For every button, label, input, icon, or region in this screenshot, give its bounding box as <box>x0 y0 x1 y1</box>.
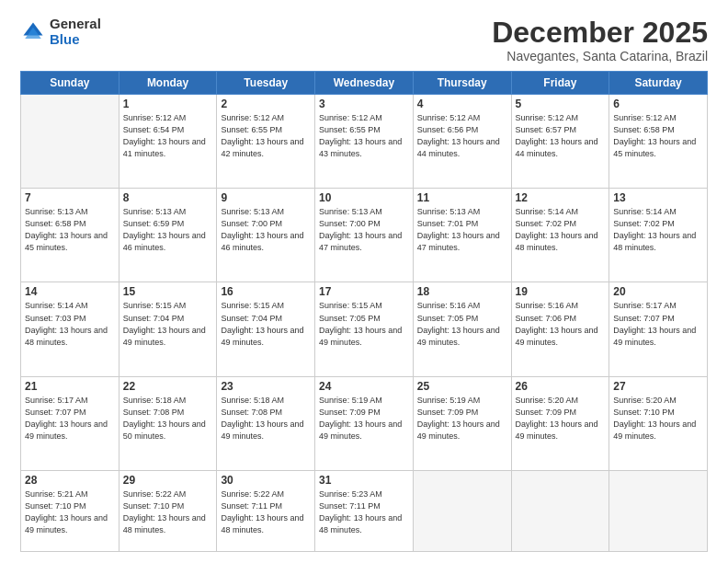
calendar-cell: 14Sunrise: 5:14 AMSunset: 7:03 PMDayligh… <box>21 282 119 376</box>
day-number: 29 <box>123 474 213 487</box>
day-number: 24 <box>319 380 409 393</box>
day-info: Sunrise: 5:13 AMSunset: 7:01 PMDaylight:… <box>417 206 507 254</box>
day-info: Sunrise: 5:12 AMSunset: 6:54 PMDaylight:… <box>123 112 213 160</box>
day-info: Sunrise: 5:18 AMSunset: 7:08 PMDaylight:… <box>123 395 213 442</box>
logo: General Blue <box>20 17 101 47</box>
day-info: Sunrise: 5:12 AMSunset: 6:58 PMDaylight:… <box>613 112 703 160</box>
calendar-cell <box>609 470 708 551</box>
day-number: 17 <box>319 285 409 298</box>
logo-icon <box>20 19 46 45</box>
calendar-cell: 7Sunrise: 5:13 AMSunset: 6:58 PMDaylight… <box>21 189 119 282</box>
calendar-cell: 30Sunrise: 5:22 AMSunset: 7:11 PMDayligh… <box>217 470 315 551</box>
day-number: 8 <box>123 191 213 204</box>
day-info: Sunrise: 5:12 AMSunset: 6:55 PMDaylight:… <box>319 112 409 160</box>
day-number: 6 <box>613 98 703 110</box>
day-info: Sunrise: 5:17 AMSunset: 7:07 PMDaylight:… <box>613 300 703 348</box>
day-number: 21 <box>25 380 115 393</box>
calendar-cell: 10Sunrise: 5:13 AMSunset: 7:00 PMDayligh… <box>315 189 414 282</box>
day-number: 23 <box>221 380 311 393</box>
calendar-cell: 2Sunrise: 5:12 AMSunset: 6:55 PMDaylight… <box>217 95 315 189</box>
day-info: Sunrise: 5:12 AMSunset: 6:55 PMDaylight:… <box>221 112 311 160</box>
day-number: 3 <box>319 98 409 110</box>
calendar-cell: 8Sunrise: 5:13 AMSunset: 6:59 PMDaylight… <box>119 189 217 282</box>
calendar-cell <box>21 95 119 189</box>
calendar-cell: 23Sunrise: 5:18 AMSunset: 7:08 PMDayligh… <box>217 376 315 470</box>
month-title: December 2025 <box>492 17 708 49</box>
day-info: Sunrise: 5:21 AMSunset: 7:10 PMDaylight:… <box>25 488 115 536</box>
calendar: SundayMondayTuesdayWednesdayThursdayFrid… <box>20 71 708 552</box>
day-number: 11 <box>417 191 507 204</box>
day-info: Sunrise: 5:12 AMSunset: 6:57 PMDaylight:… <box>516 112 606 160</box>
page: General Blue December 2025 Navegantes, S… <box>0 0 728 563</box>
calendar-cell: 15Sunrise: 5:15 AMSunset: 7:04 PMDayligh… <box>119 282 217 376</box>
logo-blue: Blue <box>50 32 101 48</box>
day-info: Sunrise: 5:15 AMSunset: 7:04 PMDaylight:… <box>221 300 311 348</box>
calendar-cell: 5Sunrise: 5:12 AMSunset: 6:57 PMDaylight… <box>511 95 609 189</box>
day-number: 27 <box>613 380 703 393</box>
day-number: 28 <box>25 474 115 487</box>
day-info: Sunrise: 5:13 AMSunset: 7:00 PMDaylight:… <box>221 206 311 254</box>
calendar-cell: 31Sunrise: 5:23 AMSunset: 7:11 PMDayligh… <box>315 470 414 551</box>
header: General Blue December 2025 Navegantes, S… <box>20 17 708 63</box>
logo-text: General Blue <box>50 17 101 47</box>
calendar-cell: 25Sunrise: 5:19 AMSunset: 7:09 PMDayligh… <box>413 376 511 470</box>
day-number: 16 <box>221 285 311 298</box>
day-number: 9 <box>221 191 311 204</box>
day-info: Sunrise: 5:13 AMSunset: 6:58 PMDaylight:… <box>25 206 115 254</box>
day-number: 20 <box>613 285 703 298</box>
weekday-header: Saturday <box>609 72 708 95</box>
weekday-header: Tuesday <box>217 72 315 95</box>
day-info: Sunrise: 5:14 AMSunset: 7:03 PMDaylight:… <box>25 300 115 348</box>
day-number: 14 <box>25 285 115 298</box>
calendar-cell: 16Sunrise: 5:15 AMSunset: 7:04 PMDayligh… <box>217 282 315 376</box>
calendar-cell: 9Sunrise: 5:13 AMSunset: 7:00 PMDaylight… <box>217 189 315 282</box>
calendar-cell: 27Sunrise: 5:20 AMSunset: 7:10 PMDayligh… <box>609 376 708 470</box>
calendar-week-row: 14Sunrise: 5:14 AMSunset: 7:03 PMDayligh… <box>21 282 708 376</box>
calendar-cell: 20Sunrise: 5:17 AMSunset: 7:07 PMDayligh… <box>609 282 708 376</box>
weekday-header: Sunday <box>21 72 119 95</box>
calendar-cell: 26Sunrise: 5:20 AMSunset: 7:09 PMDayligh… <box>511 376 609 470</box>
day-info: Sunrise: 5:16 AMSunset: 7:05 PMDaylight:… <box>417 300 507 348</box>
calendar-cell <box>511 470 609 551</box>
day-number: 22 <box>123 380 213 393</box>
day-info: Sunrise: 5:16 AMSunset: 7:06 PMDaylight:… <box>516 300 606 348</box>
title-block: December 2025 Navegantes, Santa Catarina… <box>492 17 708 63</box>
day-info: Sunrise: 5:18 AMSunset: 7:08 PMDaylight:… <box>221 395 311 442</box>
day-number: 30 <box>221 474 311 487</box>
calendar-cell: 29Sunrise: 5:22 AMSunset: 7:10 PMDayligh… <box>119 470 217 551</box>
calendar-cell: 4Sunrise: 5:12 AMSunset: 6:56 PMDaylight… <box>413 95 511 189</box>
weekday-header-row: SundayMondayTuesdayWednesdayThursdayFrid… <box>21 72 708 95</box>
day-info: Sunrise: 5:20 AMSunset: 7:09 PMDaylight:… <box>516 395 606 442</box>
calendar-cell: 24Sunrise: 5:19 AMSunset: 7:09 PMDayligh… <box>315 376 414 470</box>
calendar-cell: 21Sunrise: 5:17 AMSunset: 7:07 PMDayligh… <box>21 376 119 470</box>
day-number: 2 <box>221 98 311 110</box>
calendar-cell: 19Sunrise: 5:16 AMSunset: 7:06 PMDayligh… <box>511 282 609 376</box>
day-number: 25 <box>417 380 507 393</box>
logo-general: General <box>50 17 101 32</box>
weekday-header: Friday <box>511 72 609 95</box>
day-info: Sunrise: 5:23 AMSunset: 7:11 PMDaylight:… <box>319 488 409 536</box>
day-number: 18 <box>417 285 507 298</box>
calendar-cell: 12Sunrise: 5:14 AMSunset: 7:02 PMDayligh… <box>511 189 609 282</box>
calendar-cell: 3Sunrise: 5:12 AMSunset: 6:55 PMDaylight… <box>315 95 414 189</box>
calendar-cell: 6Sunrise: 5:12 AMSunset: 6:58 PMDaylight… <box>609 95 708 189</box>
calendar-cell <box>413 470 511 551</box>
day-info: Sunrise: 5:15 AMSunset: 7:05 PMDaylight:… <box>319 300 409 348</box>
day-number: 7 <box>25 191 115 204</box>
day-info: Sunrise: 5:22 AMSunset: 7:11 PMDaylight:… <box>221 488 311 536</box>
calendar-cell: 13Sunrise: 5:14 AMSunset: 7:02 PMDayligh… <box>609 189 708 282</box>
location: Navegantes, Santa Catarina, Brazil <box>492 49 708 63</box>
day-info: Sunrise: 5:15 AMSunset: 7:04 PMDaylight:… <box>123 300 213 348</box>
day-number: 19 <box>516 285 606 298</box>
day-number: 10 <box>319 191 409 204</box>
day-info: Sunrise: 5:14 AMSunset: 7:02 PMDaylight:… <box>516 206 606 254</box>
day-number: 31 <box>319 474 409 487</box>
day-info: Sunrise: 5:20 AMSunset: 7:10 PMDaylight:… <box>613 395 703 442</box>
day-info: Sunrise: 5:22 AMSunset: 7:10 PMDaylight:… <box>123 488 213 536</box>
calendar-cell: 17Sunrise: 5:15 AMSunset: 7:05 PMDayligh… <box>315 282 414 376</box>
day-info: Sunrise: 5:13 AMSunset: 7:00 PMDaylight:… <box>319 206 409 254</box>
day-info: Sunrise: 5:12 AMSunset: 6:56 PMDaylight:… <box>417 112 507 160</box>
calendar-cell: 1Sunrise: 5:12 AMSunset: 6:54 PMDaylight… <box>119 95 217 189</box>
day-number: 1 <box>123 98 213 110</box>
day-number: 5 <box>516 98 606 110</box>
